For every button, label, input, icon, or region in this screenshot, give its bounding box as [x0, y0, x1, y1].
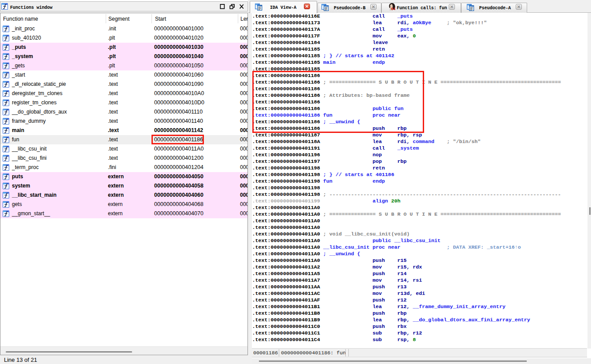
svg-text:64: 64: [391, 7, 395, 11]
